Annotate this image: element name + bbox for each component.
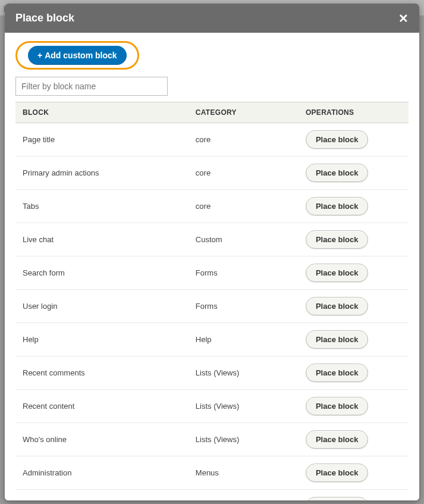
place-block-button[interactable]: Place block <box>306 297 369 315</box>
place-block-button[interactable]: Place block <box>306 330 369 349</box>
place-block-button[interactable]: Place block <box>306 264 369 282</box>
block-operations-cell: Place block <box>299 156 409 190</box>
block-operations-cell: Place block <box>299 456 409 490</box>
block-category-cell: Forms <box>189 290 299 323</box>
block-name-cell: Search form <box>15 256 189 290</box>
block-category-cell: Custom <box>189 223 299 256</box>
place-block-button[interactable]: Place block <box>306 130 369 149</box>
table-row: Who's onlineLists (Views)Place block <box>15 423 409 456</box>
block-category-cell: Lists (Views) <box>189 423 299 456</box>
block-category-cell: Menus <box>189 456 299 490</box>
table-row: User loginFormsPlace block <box>15 290 409 323</box>
modal-title: Place block <box>15 12 74 24</box>
column-header-category: CATEGORY <box>189 102 299 123</box>
place-block-button[interactable]: Place block <box>306 197 369 215</box>
plus-icon: + <box>37 51 42 60</box>
block-name-cell: Page title <box>15 123 189 156</box>
block-operations-cell: Place block <box>299 223 409 256</box>
blocks-table: BLOCK CATEGORY OPERATIONS Page titlecore… <box>15 102 409 500</box>
place-block-button[interactable]: Place block <box>306 397 369 415</box>
modal-body: +Add custom block BLOCK CATEGORY OPERATI… <box>5 33 419 500</box>
block-name-cell: Recent comments <box>15 356 189 390</box>
block-name-cell: Tabs <box>15 190 189 223</box>
add-custom-block-label: Add custom block <box>45 51 117 60</box>
block-operations-cell: Place block <box>299 423 409 456</box>
block-operations-cell: Place block <box>299 356 409 390</box>
place-block-button[interactable]: Place block <box>306 464 369 482</box>
place-block-button[interactable]: Place block <box>306 497 369 500</box>
block-category-cell: Help <box>189 323 299 356</box>
table-row: Recent commentsLists (Views)Place block <box>15 356 409 390</box>
table-row: Live chatCustomPlace block <box>15 223 409 256</box>
table-row: Search formFormsPlace block <box>15 256 409 290</box>
add-custom-block-highlight: +Add custom block <box>15 41 139 70</box>
block-category-cell: Lists (Views) <box>189 390 299 423</box>
block-operations-cell: Place block <box>299 390 409 423</box>
modal-header: Place block ✕ <box>5 4 419 33</box>
place-block-button[interactable]: Place block <box>306 430 369 449</box>
table-row: Recent contentLists (Views)Place block <box>15 390 409 423</box>
table-row: HelpHelpPlace block <box>15 323 409 356</box>
block-name-cell: Primary admin actions <box>15 156 189 190</box>
place-block-modal: Place block ✕ +Add custom block BLOCK CA… <box>5 4 419 500</box>
block-operations-cell: Place block <box>299 490 409 501</box>
block-operations-cell: Place block <box>299 323 409 356</box>
block-category-cell: core <box>189 156 299 190</box>
block-category-cell: Menus <box>189 490 299 501</box>
place-block-button[interactable]: Place block <box>306 364 369 382</box>
block-category-cell: core <box>189 123 299 156</box>
block-operations-cell: Place block <box>299 256 409 290</box>
place-block-button[interactable]: Place block <box>306 230 369 249</box>
table-row: TabscorePlace block <box>15 190 409 223</box>
block-category-cell: Lists (Views) <box>189 356 299 390</box>
block-operations-cell: Place block <box>299 123 409 156</box>
column-header-operations: OPERATIONS <box>299 102 409 123</box>
close-icon[interactable]: ✕ <box>398 12 409 24</box>
block-name-cell: Help <box>15 323 189 356</box>
table-row: AdministrationMenusPlace block <box>15 456 409 490</box>
column-header-block: BLOCK <box>15 102 189 123</box>
filter-block-name-input[interactable] <box>15 77 168 96</box>
block-name-cell: Recent content <box>15 390 189 423</box>
block-name-cell: Administration <box>15 456 189 490</box>
block-category-cell: core <box>189 190 299 223</box>
block-operations-cell: Place block <box>299 190 409 223</box>
block-name-cell: Who's online <box>15 423 189 456</box>
block-category-cell: Forms <box>189 256 299 290</box>
block-name-cell: User login <box>15 290 189 323</box>
table-row: FooterMenusPlace block <box>15 490 409 501</box>
add-custom-block-button[interactable]: +Add custom block <box>28 46 127 65</box>
block-name-cell: Footer <box>15 490 189 501</box>
block-name-cell: Live chat <box>15 223 189 256</box>
block-operations-cell: Place block <box>299 290 409 323</box>
table-row: Primary admin actionscorePlace block <box>15 156 409 190</box>
place-block-button[interactable]: Place block <box>306 164 369 182</box>
table-row: Page titlecorePlace block <box>15 123 409 156</box>
